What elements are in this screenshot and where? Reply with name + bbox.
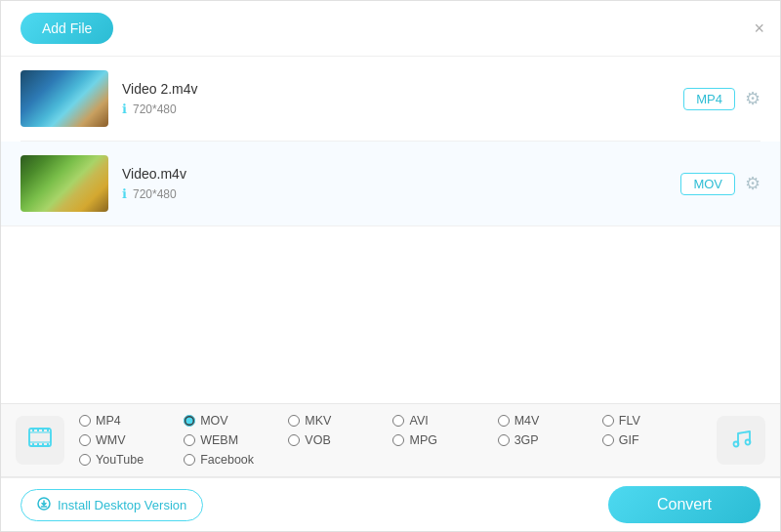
file-resolution: 720*480 (133, 102, 177, 116)
format-option-flv[interactable]: FLV (602, 414, 707, 428)
file-meta: ℹ 720*480 (122, 186, 680, 201)
svg-rect-8 (42, 443, 44, 446)
info-icon: ℹ (122, 186, 127, 201)
svg-point-10 (734, 441, 739, 446)
format-options-grid: MP4 MOV MKV AVI M4V FLV WMV WEBM VOB MPG (79, 414, 707, 467)
svg-rect-2 (32, 429, 34, 431)
svg-rect-7 (37, 443, 39, 446)
info-icon: ℹ (122, 102, 127, 116)
format-radio-avi[interactable] (392, 415, 404, 427)
film-icon (26, 424, 54, 457)
file-resolution: 720*480 (133, 187, 177, 201)
format-radio-mp4[interactable] (79, 415, 91, 427)
format-option-mov[interactable]: MOV (184, 414, 288, 428)
format-radio-3gp[interactable] (498, 434, 510, 446)
file-actions: MOV ⚙ (680, 173, 760, 195)
format-radio-webm[interactable] (184, 434, 195, 446)
header: Add File × (1, 1, 780, 57)
format-option-youtube[interactable]: YouTube (79, 453, 184, 467)
format-option-gif[interactable]: GIF (602, 433, 707, 447)
format-option-vob[interactable]: VOB (288, 433, 392, 447)
music-icon (728, 426, 754, 456)
format-radio-vob[interactable] (288, 434, 300, 446)
format-option-mp4[interactable]: MP4 (79, 414, 184, 428)
install-label: Install Desktop Version (58, 498, 186, 512)
svg-rect-9 (47, 443, 49, 446)
format-radio-gif[interactable] (602, 434, 614, 446)
format-radio-flv[interactable] (602, 415, 614, 427)
file-actions: MP4 ⚙ (683, 88, 760, 110)
format-radio-wmv[interactable] (79, 434, 91, 446)
format-option-facebook[interactable]: Facebook (184, 453, 288, 467)
format-option-webm[interactable]: WEBM (184, 433, 288, 447)
convert-button[interactable]: Convert (608, 486, 760, 523)
file-info: Video 2.m4v ℹ 720*480 (122, 81, 683, 116)
format-radio-mov[interactable] (184, 415, 195, 427)
svg-rect-4 (42, 429, 44, 431)
settings-icon[interactable]: ⚙ (745, 88, 760, 109)
format-badge[interactable]: MP4 (683, 88, 735, 110)
bottom-bar: Install Desktop Version Convert (1, 477, 780, 531)
file-name: Video.m4v (122, 166, 680, 182)
file-item: Video.m4v ℹ 720*480 MOV ⚙ (1, 142, 780, 226)
format-option-m4v[interactable]: M4V (498, 414, 602, 428)
format-radio-youtube[interactable] (79, 454, 91, 466)
format-radio-m4v[interactable] (498, 415, 510, 427)
svg-rect-1 (29, 432, 51, 442)
format-option-mkv[interactable]: MKV (288, 414, 392, 428)
download-icon (37, 497, 51, 513)
svg-rect-6 (32, 443, 34, 446)
svg-rect-5 (47, 429, 49, 431)
format-radio-mpg[interactable] (392, 434, 404, 446)
settings-icon[interactable]: ⚙ (745, 173, 760, 194)
format-radio-facebook[interactable] (184, 454, 195, 466)
format-option-mpg[interactable]: MPG (392, 433, 497, 447)
format-option-avi[interactable]: AVI (392, 414, 497, 428)
file-meta: ℹ 720*480 (122, 102, 683, 116)
svg-point-11 (746, 439, 751, 444)
format-radio-mkv[interactable] (288, 415, 300, 427)
add-file-button[interactable]: Add File (21, 13, 113, 44)
file-name: Video 2.m4v (122, 81, 683, 97)
file-list: Video 2.m4v ℹ 720*480 MP4 ⚙ Video.m4v ℹ … (1, 57, 780, 226)
format-badge[interactable]: MOV (680, 173, 735, 195)
file-info: Video.m4v ℹ 720*480 (122, 166, 680, 201)
format-option-3gp[interactable]: 3GP (498, 433, 602, 447)
film-icon-box (16, 416, 64, 465)
svg-rect-3 (37, 429, 39, 431)
close-button[interactable]: × (754, 20, 764, 37)
format-bar: MP4 MOV MKV AVI M4V FLV WMV WEBM VOB MPG (1, 403, 780, 477)
format-option-wmv[interactable]: WMV (79, 433, 184, 447)
file-item: Video 2.m4v ℹ 720*480 MP4 ⚙ (21, 57, 760, 142)
thumbnail (21, 70, 108, 127)
thumbnail (21, 155, 108, 212)
install-desktop-button[interactable]: Install Desktop Version (21, 489, 203, 521)
music-icon-box[interactable] (717, 416, 765, 465)
